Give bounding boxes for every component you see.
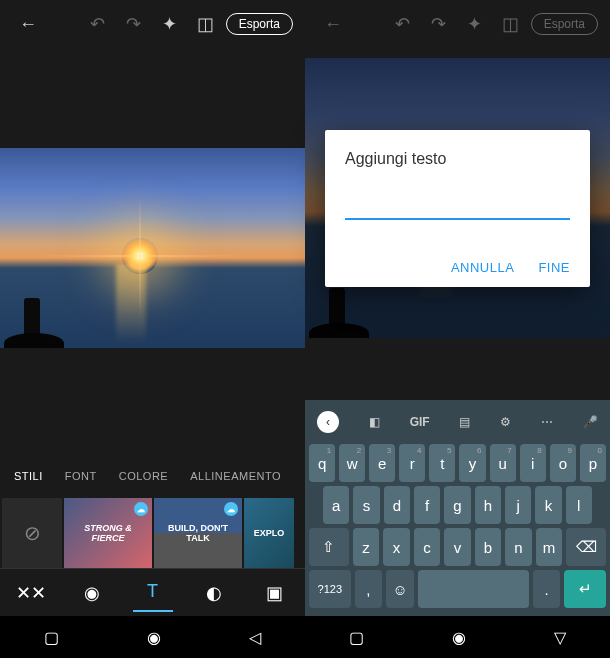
key-o[interactable]: o9: [550, 444, 576, 482]
android-nav: ▢ ◉ ◁: [0, 616, 305, 658]
comma-key[interactable]: ,: [355, 570, 383, 608]
style-card-label: STRONG & FIERCE: [68, 523, 148, 543]
nav-recent-icon[interactable]: ▢: [44, 628, 59, 647]
style-card-3[interactable]: EXPLO: [244, 498, 294, 568]
soft-keyboard: ‹ ◧ GIF ▤ ⚙ ⋯ 🎤 q1w2e3r4t5y6u7i8o9p0 asd…: [305, 400, 610, 616]
nav-back-icon[interactable]: ◁: [249, 628, 261, 647]
tab-font[interactable]: FONT: [55, 462, 107, 490]
top-toolbar: ← ↶ ↷ ✦ ◫ Esporta: [305, 0, 610, 48]
redo-icon[interactable]: ↷: [423, 8, 455, 40]
key-q[interactable]: q1: [309, 444, 335, 482]
heal-icon[interactable]: ✕✕: [11, 574, 51, 612]
export-button[interactable]: Esporta: [531, 13, 598, 35]
space-key[interactable]: [418, 570, 529, 608]
effects-icon[interactable]: ◐: [194, 574, 234, 612]
style-presets: ⊘ ☁ STRONG & FIERCE ☁ BUILD, DON'T TALK …: [0, 498, 305, 568]
period-key[interactable]: .: [533, 570, 561, 608]
clipboard-icon[interactable]: ▤: [459, 415, 470, 429]
sunset-image: [0, 148, 305, 348]
settings-icon[interactable]: ⚙: [500, 415, 511, 429]
top-toolbar: ← ↶ ↷ ✦ ◫ Esporta: [0, 0, 305, 48]
editor-panel: STILI FONT COLORE ALLINEAMENTO ⊘ ☁ STRON…: [0, 454, 305, 658]
key-z[interactable]: z: [353, 528, 380, 566]
key-u[interactable]: u7: [490, 444, 516, 482]
key-x[interactable]: x: [383, 528, 410, 566]
layers-icon[interactable]: ◫: [495, 8, 527, 40]
gif-button[interactable]: GIF: [410, 415, 430, 429]
key-i[interactable]: i8: [520, 444, 546, 482]
emoji-key[interactable]: ☺: [386, 570, 414, 608]
auto-enhance-icon[interactable]: ✦: [154, 8, 186, 40]
right-screen: ← ↶ ↷ ✦ ◫ Esporta Aggiungi testo ANNULLA…: [305, 0, 610, 658]
android-nav: ▢ ◉ ▽: [305, 616, 610, 658]
numbers-key[interactable]: ?123: [309, 570, 351, 608]
nav-home-icon[interactable]: ◉: [147, 628, 161, 647]
key-r[interactable]: r4: [399, 444, 425, 482]
enter-key[interactable]: ↵: [564, 570, 606, 608]
mic-icon[interactable]: 🎤: [583, 415, 598, 429]
canvas-image[interactable]: [0, 148, 305, 348]
sticker-icon[interactable]: ◧: [369, 415, 380, 429]
back-icon[interactable]: ←: [12, 8, 44, 40]
export-button[interactable]: Esporta: [226, 13, 293, 35]
key-a[interactable]: a: [323, 486, 349, 524]
key-t[interactable]: t5: [429, 444, 455, 482]
layers-icon[interactable]: ◫: [190, 8, 222, 40]
text-input[interactable]: [345, 196, 570, 220]
key-e[interactable]: e3: [369, 444, 395, 482]
text-icon[interactable]: T: [133, 573, 173, 612]
undo-icon[interactable]: ↶: [82, 8, 114, 40]
key-l[interactable]: l: [566, 486, 592, 524]
tab-color[interactable]: COLORE: [109, 462, 178, 490]
done-button[interactable]: FINE: [538, 260, 570, 275]
text-tabs: STILI FONT COLORE ALLINEAMENTO: [0, 454, 305, 498]
key-k[interactable]: k: [535, 486, 561, 524]
key-f[interactable]: f: [414, 486, 440, 524]
key-c[interactable]: c: [414, 528, 441, 566]
key-w[interactable]: w2: [339, 444, 365, 482]
back-icon[interactable]: ←: [317, 8, 349, 40]
style-none[interactable]: ⊘: [2, 498, 62, 568]
backspace-key[interactable]: ⌫: [566, 528, 606, 566]
style-card-2[interactable]: ☁ BUILD, DON'T TALK: [154, 498, 242, 568]
redo-icon[interactable]: ↷: [118, 8, 150, 40]
chevron-left-icon[interactable]: ‹: [317, 411, 339, 433]
undo-icon[interactable]: ↶: [387, 8, 419, 40]
left-screen: ← ↶ ↷ ✦ ◫ Esporta STILI FONT COLORE ALLI…: [0, 0, 305, 658]
key-h[interactable]: h: [475, 486, 501, 524]
style-card-label: EXPLO: [254, 528, 285, 538]
nav-home-icon[interactable]: ◉: [452, 628, 466, 647]
key-n[interactable]: n: [505, 528, 532, 566]
frame-icon[interactable]: ▣: [255, 574, 295, 612]
keyboard-toolbar: ‹ ◧ GIF ▤ ⚙ ⋯ 🎤: [309, 404, 606, 440]
tab-styles[interactable]: STILI: [4, 462, 53, 490]
cloud-icon: ☁: [134, 502, 148, 516]
key-b[interactable]: b: [475, 528, 502, 566]
style-card-label: BUILD, DON'T TALK: [158, 523, 238, 543]
style-card-1[interactable]: ☁ STRONG & FIERCE: [64, 498, 152, 568]
key-s[interactable]: s: [353, 486, 379, 524]
tool-tabs: ✕✕ ◉ T ◐ ▣: [0, 568, 305, 616]
key-y[interactable]: y6: [459, 444, 485, 482]
more-icon[interactable]: ⋯: [541, 415, 553, 429]
nav-back-icon[interactable]: ▽: [554, 628, 566, 647]
key-p[interactable]: p0: [580, 444, 606, 482]
tab-alignment[interactable]: ALLINEAMENTO: [180, 462, 291, 490]
cloud-icon: ☁: [224, 502, 238, 516]
key-d[interactable]: d: [384, 486, 410, 524]
key-m[interactable]: m: [536, 528, 563, 566]
dialog-title: Aggiungi testo: [345, 150, 570, 168]
add-text-dialog: Aggiungi testo ANNULLA FINE: [325, 130, 590, 287]
eye-icon[interactable]: ◉: [72, 574, 112, 612]
nav-recent-icon[interactable]: ▢: [349, 628, 364, 647]
key-j[interactable]: j: [505, 486, 531, 524]
key-v[interactable]: v: [444, 528, 471, 566]
cancel-button[interactable]: ANNULLA: [451, 260, 514, 275]
shift-key[interactable]: ⇧: [309, 528, 349, 566]
auto-enhance-icon[interactable]: ✦: [459, 8, 491, 40]
key-g[interactable]: g: [444, 486, 470, 524]
